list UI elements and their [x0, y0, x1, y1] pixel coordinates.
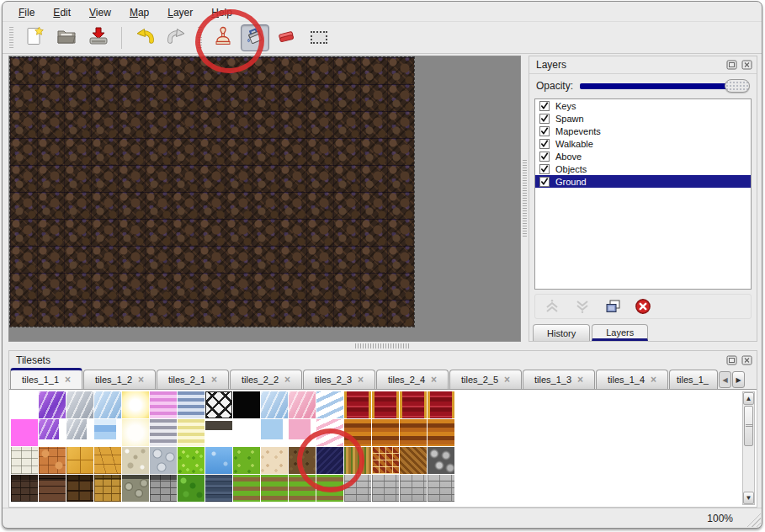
- scroll-up-button[interactable]: ▲: [743, 392, 754, 405]
- palette-tile-planks-vert[interactable]: [344, 447, 371, 474]
- palette-tile-glass-pink[interactable]: [289, 391, 316, 418]
- palette-tile-slabs-gold[interactable]: [94, 447, 121, 474]
- close-panel-icon[interactable]: [741, 60, 752, 71]
- redo-button[interactable]: [162, 24, 191, 51]
- palette-tile-stripes-pinkwhite[interactable]: [316, 419, 343, 446]
- palette-tile-magenta[interactable]: [11, 419, 38, 446]
- palette-tile-tiles-gold[interactable]: [66, 447, 93, 474]
- layer-row-walkable[interactable]: Walkable: [535, 137, 751, 150]
- duplicate-layer-button[interactable]: [604, 298, 621, 315]
- tab-close-icon[interactable]: ×: [65, 375, 71, 384]
- palette-tile-glass-purple-sm[interactable]: [39, 419, 66, 446]
- scrollbar-thumb[interactable]: [744, 406, 753, 446]
- palette-tile-stripes-orange[interactable]: [344, 419, 371, 446]
- menu-help[interactable]: Help: [204, 5, 240, 20]
- palette-tile-glass-blue[interactable]: [261, 391, 288, 418]
- tileset-tab-tiles_1[interactable]: tiles_1_: [669, 370, 718, 389]
- palette-tile-brick-gray[interactable]: [344, 475, 371, 502]
- toolbar-gripper[interactable]: [198, 27, 202, 49]
- delete-layer-button[interactable]: [635, 298, 651, 315]
- palette-tile-wall-brown[interactable]: [39, 475, 66, 502]
- palette-tile-empty[interactable]: [11, 391, 38, 418]
- tileset-tab-tiles_1_2[interactable]: tiles_1_2×: [83, 370, 156, 389]
- palette-tile-basket-weave[interactable]: [372, 447, 399, 474]
- palette-tile-stone-white[interactable]: [11, 447, 38, 474]
- palette-tile-water-sm[interactable]: [94, 419, 121, 446]
- palette-tile-carpet-red[interactable]: [428, 391, 454, 418]
- tab-scroll-right-button[interactable]: ▶: [732, 371, 745, 388]
- palette-tile-glass-purple[interactable]: [39, 391, 66, 418]
- tab-close-icon[interactable]: ×: [138, 375, 144, 384]
- menu-layer[interactable]: Layer: [160, 5, 200, 20]
- dock-tab-history[interactable]: History: [533, 324, 590, 341]
- palette-tile-navy-dark[interactable]: [316, 447, 343, 474]
- fill-tool-button[interactable]: [241, 24, 269, 51]
- layer-row-keys[interactable]: Keys: [535, 99, 751, 112]
- palette-tile-wall-darkbrick[interactable]: [11, 475, 38, 502]
- menu-view[interactable]: View: [82, 5, 119, 20]
- palette-tile-wall-pebble[interactable]: [122, 475, 149, 502]
- toolbar-gripper[interactable]: [9, 27, 13, 49]
- palette-tile-black[interactable]: [233, 391, 260, 418]
- scrollbar-track[interactable]: [743, 447, 754, 492]
- palette-tile-hedge-green[interactable]: [178, 475, 205, 502]
- palette-tile-dirt-brown[interactable]: [289, 447, 316, 474]
- palette-tile-wall-graybrick[interactable]: [150, 475, 177, 502]
- palette-tile-carpet-red[interactable]: [372, 391, 399, 418]
- layer-visibility-checkbox[interactable]: [539, 177, 550, 187]
- palette-tile-glow-yellow[interactable]: [122, 391, 149, 418]
- new-map-button[interactable]: [20, 24, 49, 51]
- tileset-tab-tiles_1_1[interactable]: tiles_1_1×: [10, 368, 82, 389]
- eraser-tool-button[interactable]: [273, 24, 301, 51]
- menu-map[interactable]: Map: [122, 5, 157, 20]
- palette-tile-wall-goldbrick[interactable]: [94, 475, 121, 502]
- palette-tile-herringbone[interactable]: [400, 447, 427, 474]
- palette-tile-grass-bright[interactable]: [178, 447, 205, 474]
- palette-tile-empty[interactable]: [233, 419, 260, 446]
- tileset-tab-tiles_2_1[interactable]: tiles_2_1×: [157, 370, 229, 389]
- palette-tile-grass-path[interactable]: [261, 475, 288, 502]
- tileset-tab-tiles_2_2[interactable]: tiles_2_2×: [230, 370, 302, 389]
- map-viewport[interactable]: [8, 56, 521, 342]
- opacity-slider[interactable]: [580, 79, 750, 93]
- palette-tile-grass-path[interactable]: [289, 475, 316, 502]
- palette-tile-water[interactable]: [205, 447, 232, 474]
- layer-row-spawn[interactable]: Spawn: [535, 112, 751, 125]
- layer-visibility-checkbox[interactable]: [539, 126, 550, 136]
- palette-tile-glass-gray-sm[interactable]: [66, 419, 93, 446]
- palette-tile-blue-sm[interactable]: [261, 419, 288, 446]
- palette-tile-grass-path[interactable]: [233, 475, 260, 502]
- layer-row-objects[interactable]: Objects: [535, 162, 751, 175]
- scroll-down-button[interactable]: ▼: [743, 492, 754, 504]
- palette-tile-weave-blue[interactable]: [316, 391, 343, 418]
- tab-close-icon[interactable]: ×: [504, 375, 510, 384]
- layer-visibility-checkbox[interactable]: [539, 152, 550, 162]
- stamp-tool-button[interactable]: [209, 24, 237, 51]
- palette-tile-cobble-orange[interactable]: [39, 447, 66, 474]
- open-map-button[interactable]: [52, 24, 81, 51]
- tab-close-icon[interactable]: ×: [358, 375, 364, 384]
- palette-tile-stripes-orange[interactable]: [400, 419, 427, 446]
- palette-tile-glow-pale[interactable]: [122, 419, 149, 446]
- palette-tile-grass-green[interactable]: [233, 447, 260, 474]
- tab-close-icon[interactable]: ×: [431, 375, 437, 384]
- palette-tile-brick-gray[interactable]: [400, 475, 427, 502]
- palette-tile-grass-path[interactable]: [316, 475, 343, 502]
- menu-edit[interactable]: Edit: [45, 5, 78, 20]
- layer-row-mapevents[interactable]: Mapevents: [535, 125, 751, 137]
- window-resize-grip[interactable]: [745, 511, 761, 527]
- tileset-tab-tiles_2_3[interactable]: tiles_2_3×: [303, 370, 375, 389]
- tileset-tab-tiles_1_4[interactable]: tiles_1_4×: [596, 370, 668, 389]
- palette-tile-glass-blue[interactable]: [94, 391, 121, 418]
- palette-tile-glass-gray[interactable]: [66, 391, 93, 418]
- select-tool-button[interactable]: [305, 24, 333, 51]
- palette-tile-stripes-blue[interactable]: [178, 391, 205, 418]
- layer-visibility-checkbox[interactable]: [539, 164, 550, 174]
- vertical-splitter[interactable]: [521, 56, 529, 342]
- layer-visibility-checkbox[interactable]: [539, 139, 550, 149]
- palette-scrollbar[interactable]: ▲ ▼: [742, 391, 755, 505]
- opacity-slider-handle[interactable]: [725, 79, 750, 93]
- palette-tile-pebbles-beige[interactable]: [122, 447, 149, 474]
- tab-close-icon[interactable]: ×: [651, 375, 656, 384]
- map-canvas[interactable]: [10, 57, 414, 327]
